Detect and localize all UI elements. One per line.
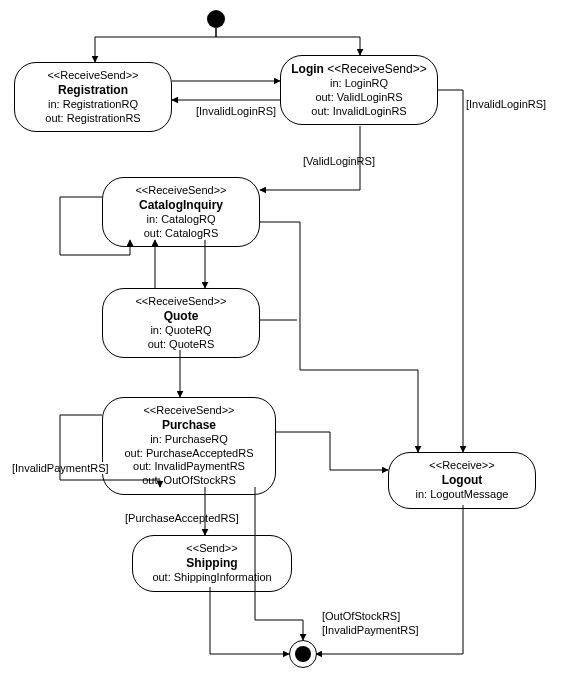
edge-label-out-of-stock-rs: [OutOfStockRS] <box>322 610 400 622</box>
stereotype: <<Send>> <box>139 542 285 556</box>
edge-label-invalid-login-rs-left: [InvalidLoginRS] <box>196 105 276 117</box>
activity-io: in: RegistrationRQ out: RegistrationRS <box>21 98 165 126</box>
activity-quote: <<ReceiveSend>> Quote in: QuoteRQ out: Q… <box>102 288 260 358</box>
activity-title: Login <<ReceiveSend>> <box>287 62 431 77</box>
activity-io: in: QuoteRQ out: QuoteRS <box>109 324 253 352</box>
activity-io: in: PurchaseRQ out: PurchaseAcceptedRS o… <box>109 433 269 488</box>
edge-label-invalid-payment-rs-right: [InvalidPaymentRS] <box>322 624 419 636</box>
activity-catalog: <<ReceiveSend>> CatalogInquiry in: Catal… <box>102 177 260 247</box>
activity-io: in: LogoutMessage <box>395 488 529 502</box>
activity-purchase: <<ReceiveSend>> Purchase in: PurchaseRQ … <box>102 397 276 495</box>
activity-io: in: CatalogRQ out: CatalogRS <box>109 213 253 241</box>
edge-label-invalid-payment-rs-left: [InvalidPaymentRS] <box>12 462 109 474</box>
activity-title: Shipping <box>139 556 285 571</box>
activity-diagram: <<ReceiveSend>> Registration in: Registr… <box>0 0 563 685</box>
stereotype: <<ReceiveSend>> <box>109 184 253 198</box>
activity-title: Registration <box>21 83 165 98</box>
end-node-inner <box>295 646 311 662</box>
end-node <box>289 640 317 668</box>
stereotype: <<ReceiveSend>> <box>109 404 269 418</box>
activity-io: out: ShippingInformation <box>139 571 285 585</box>
edge-label-invalid-login-rs-right: [InvalidLoginRS] <box>466 98 546 110</box>
activity-title: Logout <box>395 473 529 488</box>
activity-registration: <<ReceiveSend>> Registration in: Registr… <box>14 62 172 132</box>
activity-login: Login <<ReceiveSend>> in: LoginRQ out: V… <box>280 55 438 125</box>
activity-title: CatalogInquiry <box>109 198 253 213</box>
activity-logout: <<Receive>> Logout in: LogoutMessage <box>388 452 536 509</box>
start-node <box>207 10 225 28</box>
stereotype: <<ReceiveSend>> <box>21 69 165 83</box>
stereotype: <<ReceiveSend>> <box>109 295 253 309</box>
stereotype: <<Receive>> <box>395 459 529 473</box>
edge-label-purchase-accepted-rs: [PurchaseAcceptedRS] <box>125 512 239 524</box>
activity-shipping: <<Send>> Shipping out: ShippingInformati… <box>132 535 292 592</box>
activity-title: Quote <box>109 309 253 324</box>
edge-label-valid-login-rs: [ValidLoginRS] <box>303 155 375 167</box>
activity-title: Purchase <box>109 418 269 433</box>
activity-io: in: LoginRQ out: ValidLoginRS out: Inval… <box>287 77 431 118</box>
